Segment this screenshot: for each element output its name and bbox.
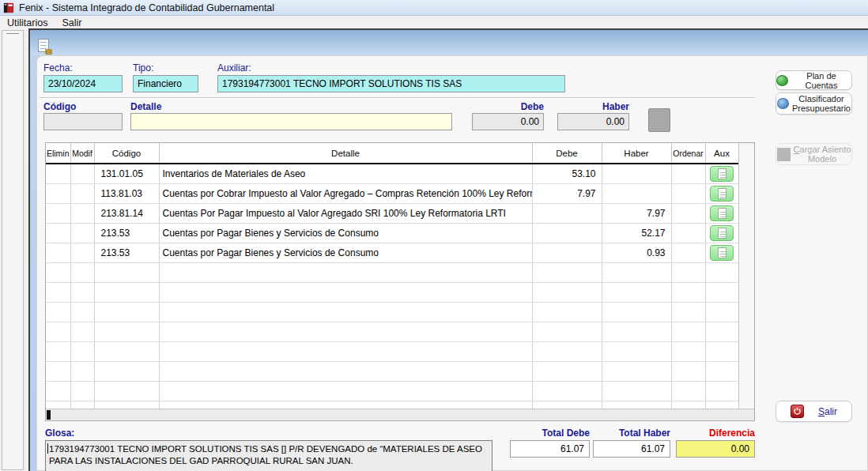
scrollbar-thumb[interactable] [47,410,51,420]
aux-button[interactable] [710,225,734,241]
cell-haber [602,381,671,401]
cell-elimin [46,183,70,203]
cell-haber [602,262,671,282]
cell-aux [705,223,738,243]
cell-aux [705,341,738,361]
add-entry-button[interactable] [648,108,670,132]
cell-debe [532,243,602,262]
cell-modif [70,243,94,262]
aux-button[interactable] [710,166,734,182]
cell-debe: 53.10 [532,164,602,183]
text-caret [47,443,48,454]
aux-button[interactable] [710,205,734,221]
window-title-bar: Fenix - Sistema Integrado de Contabilida… [0,0,868,16]
aux-button[interactable] [710,245,734,261]
table-row-empty [46,341,738,361]
cell-haber: 0.93 [602,243,671,262]
cell-debe [532,302,602,322]
gray-square-icon [777,148,791,161]
table-row-empty [46,401,738,409]
cell-ordenar [671,243,705,262]
cell-haber: 52.17 [602,223,671,243]
cell-modif [70,164,94,183]
cell-elimin [46,341,70,361]
cell-elimin [46,282,70,302]
table-row[interactable]: 131.01.05Inventarios de Materiales de As… [46,164,738,183]
col-header-codigo: Código [94,143,159,164]
table-row-empty [46,361,738,381]
clasificador-presupuestario-button[interactable]: Clasificador Presupuestario [776,92,852,115]
cell-modif [70,203,94,223]
menu-item-utilitarios[interactable]: Utilitarios [0,17,55,29]
cell-codigo: 213.81.14 [94,203,159,223]
cell-aux [705,322,738,341]
cell-ordenar [671,282,705,302]
total-debe-field: 61.07 [510,440,590,458]
cell-debe [532,361,602,381]
cell-elimin [46,381,70,401]
cell-debe [532,401,602,409]
app-icon [3,2,14,13]
cell-ordenar [671,164,705,183]
cell-codigo: 131.01.05 [94,164,159,183]
cell-aux [705,262,738,282]
cell-detalle [159,262,532,282]
tipo-label: Tipo: [133,62,153,73]
glosa-label: Glosa: [45,428,74,439]
cell-aux [705,361,738,381]
glosa-textarea[interactable]: 1793194773001 TECNO IMPORT SOLUTIONS TIS… [45,440,492,471]
grid-header-row: Elimin Modif Código Detalle Debe Haber O… [46,143,738,164]
cell-modif [70,282,94,302]
cell-elimin [46,243,70,262]
cell-detalle [159,361,532,381]
cell-haber [602,164,671,183]
cell-elimin [46,262,70,282]
cell-modif [70,381,94,401]
window-title: Fenix - Sistema Integrado de Contabilida… [19,2,274,13]
table-row[interactable]: 113.81.03Cuentas por Cobrar Impuesto al … [46,183,738,203]
tipo-field[interactable]: Financiero [133,75,198,92]
cell-haber [602,341,671,361]
accounting-document-icon[interactable] [37,39,53,55]
cell-aux [705,302,738,322]
menu-item-salir[interactable]: Salir [55,17,89,29]
table-row-empty [46,322,738,341]
salir-label: Salir [818,407,837,416]
cell-modif [70,361,94,381]
detalle-label: Detalle [130,101,161,112]
table-row-empty [46,381,738,401]
cargar-asiento-label: Cargar Asiento Modelo [794,145,851,164]
document-icon [718,168,726,179]
table-row[interactable]: 213.53Cuentas por Pagar Bienes y Servici… [46,243,738,262]
detalle-input[interactable] [130,113,452,130]
cell-ordenar [671,183,705,203]
grid-horizontal-scrollbar[interactable] [46,409,754,420]
total-haber-field: 61.07 [593,440,670,458]
cell-ordenar [671,302,705,322]
cell-modif [70,183,94,203]
left-collapsed-panel[interactable] [2,30,24,470]
cell-ordenar [671,262,705,282]
codigo-input[interactable] [43,113,123,130]
cell-detalle [159,381,532,401]
cell-aux [705,203,738,223]
table-row[interactable]: 213.53Cuentas por Pagar Bienes y Servici… [46,223,738,243]
haber-label: Haber [557,101,629,112]
cell-detalle: Cuentas por Pagar Bienes y Servicios de … [159,223,532,243]
cell-modif [70,302,94,322]
cell-debe [532,282,602,302]
cell-detalle: Inventarios de Materiales de Aseo [159,164,532,183]
table-row[interactable]: 213.81.14Cuentas Por Pagar Impuesto al V… [46,203,738,223]
cell-ordenar [671,203,705,223]
plan-de-cuentas-button[interactable]: Plan de Cuentas [776,70,852,90]
cell-aux [705,282,738,302]
menu-bar: Utilitarios Salir [0,16,868,29]
haber-input[interactable]: 0.00 [557,113,629,130]
grid-vertical-scrollbar[interactable] [738,143,754,409]
fecha-field[interactable]: 23/10/2024 [43,75,123,92]
auxiliar-field[interactable]: 1793194773001 TECNO IMPORT SOLUTIONS TIS… [217,75,565,92]
panel-grip-handle[interactable] [6,33,19,36]
aux-button[interactable] [710,186,734,202]
salir-button[interactable]: Salir [776,401,852,422]
debe-input[interactable]: 0.00 [472,113,544,130]
